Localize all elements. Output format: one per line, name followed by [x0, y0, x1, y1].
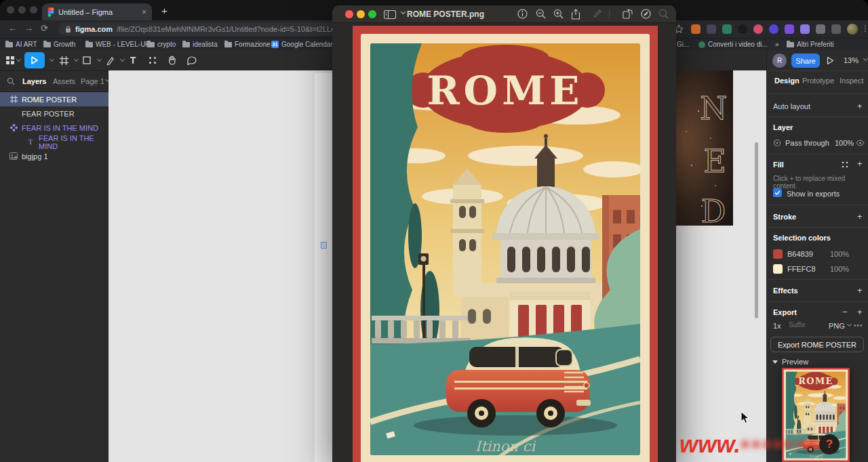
shape-tool-button[interactable] — [80, 52, 94, 68]
layer-row-fear-poster[interactable]: FEAR POSTER — [0, 106, 108, 121]
shape-tool-chevron[interactable] — [97, 57, 102, 62]
move-tool-button[interactable] — [24, 52, 45, 68]
blend-mode-select[interactable]: Pass through — [785, 139, 829, 147]
bookmarks-overflow-chevron[interactable]: » — [775, 41, 779, 48]
bookmark-item[interactable]: Growth — [43, 41, 75, 48]
fill-add-icon[interactable]: + — [857, 159, 863, 169]
extension-icon[interactable] — [769, 24, 778, 34]
resources-tool-button[interactable] — [145, 52, 160, 68]
close-icon[interactable] — [345, 10, 353, 18]
format-chevron-icon[interactable] — [847, 322, 852, 327]
bookmark-item[interactable]: AI ART — [5, 41, 37, 48]
tab-inspect[interactable]: Inspect — [840, 77, 863, 85]
share-icon[interactable] — [571, 9, 580, 20]
tab-design[interactable]: Design — [774, 77, 800, 85]
back-icon[interactable]: ← — [8, 23, 17, 33]
layer-row-component[interactable]: FEAR IS IN THE MIND — [0, 121, 108, 135]
sidebar-chevron-icon[interactable] — [401, 9, 406, 14]
bookmark-item[interactable]: crypto — [147, 41, 176, 48]
frame-tool-button[interactable] — [57, 52, 71, 68]
fullscreen-icon[interactable] — [368, 10, 376, 18]
export-more-icon[interactable]: ••• — [854, 322, 863, 329]
tab-assets[interactable]: Assets — [53, 77, 75, 85]
export-add-icon[interactable]: + — [857, 307, 863, 317]
text-tool-button[interactable]: T — [126, 52, 140, 68]
tab-prototype[interactable]: Prototype — [802, 77, 834, 85]
effects-add-icon[interactable]: + — [857, 285, 863, 295]
present-icon[interactable] — [827, 56, 834, 65]
extension-icon[interactable] — [800, 24, 810, 34]
browser-tab[interactable]: Untitled – Figma × — [42, 3, 152, 20]
search-icon[interactable] — [658, 9, 669, 19]
zoom-out-icon[interactable] — [536, 9, 546, 19]
layer-row-bigjpg[interactable]: bigjpg 1 — [0, 149, 108, 163]
forward-icon[interactable]: → — [24, 23, 33, 33]
export-format-select[interactable]: PNG — [829, 322, 845, 330]
tab-layers[interactable]: Layers — [22, 77, 46, 85]
window-minimize-button[interactable] — [18, 6, 26, 14]
rotate-icon[interactable] — [623, 9, 633, 19]
bookmark-item[interactable]: Converti i video di... — [698, 41, 768, 48]
preview-window[interactable]: ROME POSTER.png — [332, 5, 676, 462]
browser-menu-icon[interactable]: ⋮ — [861, 24, 868, 33]
extension-icon[interactable] — [738, 24, 747, 34]
share-button[interactable]: Share — [791, 54, 820, 68]
eye-icon[interactable] — [856, 140, 865, 146]
blend-mode-icon[interactable] — [773, 139, 781, 147]
show-in-exports-checkbox[interactable] — [773, 188, 782, 197]
layer-row-rome-poster[interactable]: ROME POSTER — [0, 92, 108, 106]
main-menu-icon[interactable] — [5, 52, 20, 68]
extension-icon[interactable] — [753, 24, 763, 34]
frame-tool-chevron[interactable] — [74, 57, 79, 62]
color-hex[interactable]: B64839 — [787, 250, 813, 258]
color-hex[interactable]: FFEFC8 — [787, 265, 816, 273]
move-tool-chevron[interactable] — [50, 57, 54, 62]
canvas-scrollbar[interactable] — [755, 142, 758, 318]
zoom-in-icon[interactable] — [553, 9, 564, 19]
window-close-button[interactable] — [7, 6, 14, 14]
comment-tool-button[interactable] — [184, 52, 199, 68]
sidebar-toggle-icon[interactable] — [384, 10, 396, 19]
extension-icon[interactable] — [831, 24, 841, 34]
bookmark-item[interactable]: idealista — [182, 41, 218, 48]
markup-pen-icon[interactable] — [593, 9, 602, 18]
layer-opacity-input[interactable]: 100% — [835, 139, 854, 147]
page-selector[interactable]: Page 1 — [81, 77, 104, 85]
bookmark-item[interactable]: WEB - LEVEL-UP — [85, 41, 150, 48]
new-tab-button[interactable]: + — [161, 5, 167, 16]
auto-layout-add-icon[interactable]: + — [857, 101, 863, 111]
export-scale-select[interactable]: 1x — [773, 322, 781, 330]
color-swatch[interactable] — [773, 264, 783, 274]
color-opacity[interactable]: 100% — [830, 265, 849, 273]
zoom-chevron-icon[interactable] — [863, 56, 868, 61]
tab-close-icon[interactable]: × — [142, 7, 146, 17]
extension-icon[interactable] — [722, 24, 732, 34]
info-icon[interactable] — [517, 9, 528, 19]
preview-disclosure-icon[interactable] — [772, 360, 778, 364]
bookmark-item[interactable]: Gi... — [677, 41, 689, 48]
pen-tool-button[interactable] — [103, 52, 117, 68]
extension-icon[interactable] — [707, 24, 716, 34]
markup-toolbar-icon[interactable] — [641, 9, 651, 19]
bookmark-item[interactable]: Formazione — [224, 41, 271, 48]
extension-icon[interactable] — [691, 24, 701, 34]
export-button[interactable]: Export ROME POSTER — [770, 337, 864, 352]
color-swatch[interactable] — [773, 249, 783, 259]
export-suffix-input[interactable] — [789, 321, 824, 329]
user-avatar[interactable]: R — [772, 54, 787, 68]
layer-row-text[interactable]: T FEAR IS IN THE MIND — [0, 135, 108, 149]
styles-icon[interactable] — [842, 161, 848, 168]
hand-tool-button[interactable] — [164, 52, 179, 68]
pen-tool-chevron[interactable] — [120, 57, 125, 62]
zoom-level[interactable]: 13% — [844, 56, 859, 64]
minimize-icon[interactable] — [357, 10, 365, 18]
profile-avatar[interactable] — [847, 24, 858, 35]
selection-handle[interactable] — [321, 242, 327, 249]
color-opacity[interactable]: 100% — [830, 250, 849, 258]
extension-icon[interactable] — [785, 24, 794, 34]
search-icon[interactable] — [7, 77, 15, 85]
window-zoom-button[interactable] — [30, 6, 37, 14]
reload-icon[interactable]: ⟳ — [41, 23, 48, 33]
extension-icon[interactable] — [816, 24, 825, 34]
export-remove-icon[interactable]: − — [842, 307, 848, 317]
